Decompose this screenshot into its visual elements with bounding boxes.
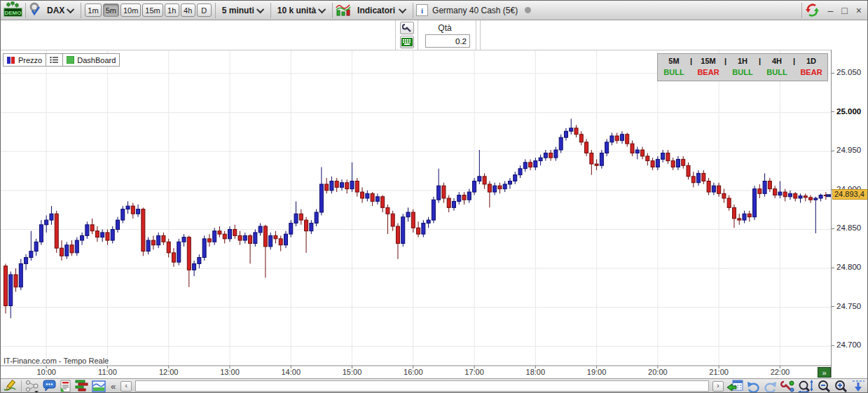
divider (413, 3, 413, 18)
svg-text:14:00: 14:00 (281, 368, 301, 376)
divider (418, 20, 418, 50)
demo-badge: DEMO (4, 1, 22, 20)
timeframe-button-15m[interactable]: 15m (142, 4, 163, 17)
quantity-input[interactable] (425, 34, 470, 48)
chart-options-button[interactable] (400, 22, 414, 34)
timeframe-buttons: 1m5m10m15m1h4hD (84, 4, 212, 17)
chart-window-icon[interactable] (92, 380, 106, 392)
timeframe-button-4h[interactable]: 4h (181, 4, 195, 17)
price-axis-label: 24.700 (836, 340, 861, 349)
timeframe-button-10m[interactable]: 10m (120, 4, 141, 17)
svg-text:11:00: 11:00 (98, 368, 117, 376)
indicators-icon (336, 1, 351, 19)
virtual-keyboard-button[interactable] (400, 36, 414, 48)
zoom-out-icon[interactable] (818, 380, 831, 393)
dashboard-signal: BEAR (796, 68, 827, 76)
price-axis-label: 25.000 (836, 107, 861, 116)
period-dropdown[interactable]: 5 minuti (219, 2, 268, 19)
divider (81, 3, 81, 18)
bottom-toolbar: « ‹ › (1, 378, 867, 393)
dashboard-timeframe: 1H (727, 57, 758, 65)
dashboard-icon (67, 56, 74, 64)
axis-tick (832, 228, 834, 229)
connection-status-icon[interactable] (29, 1, 41, 19)
collapse-toolbar-button[interactable]: « (109, 381, 117, 392)
scroll-right-button[interactable]: › (712, 381, 724, 392)
svg-text:22:00: 22:00 (771, 368, 790, 376)
timeframe-button-5m[interactable]: 5m (103, 4, 119, 17)
symbol-label: Germany 40 Cash (5€) (432, 6, 518, 15)
units-dropdown[interactable]: 10 k unità (274, 2, 329, 19)
window-controls: – □ × (827, 6, 863, 15)
status-dot (525, 7, 531, 13)
news-icon[interactable] (60, 380, 71, 392)
order-book-icon[interactable] (75, 380, 88, 392)
draw-tools-icon[interactable] (3, 380, 18, 392)
price-axis-label: 24.800 (836, 263, 861, 271)
axis-tick (832, 268, 834, 268)
order-controls-row: Qtà (1, 20, 867, 50)
divider (476, 20, 476, 50)
timeframe-button-1h[interactable]: 1h (165, 4, 179, 17)
scroll-to-latest-button[interactable]: » (818, 367, 831, 378)
last-price-badge: 24.893,4 (832, 189, 868, 200)
refresh-icon[interactable] (805, 3, 820, 18)
axis-tick (832, 151, 834, 151)
svg-text:10:00: 10:00 (36, 368, 56, 376)
price-axis[interactable]: 25.05025.00024.95024.90024.85024.80024.7… (831, 50, 868, 378)
maximize-button[interactable]: □ (840, 6, 848, 15)
price-axis-label: 24.750 (836, 302, 861, 310)
divider (270, 3, 271, 18)
dashboard-signal: BULL (659, 68, 689, 76)
watermark: IT-Finance.com - Tempo Reale (4, 357, 109, 365)
quantity-label: Qtà (424, 23, 466, 33)
divider (215, 3, 216, 18)
price-axis-label: 24.950 (836, 146, 861, 154)
divider (395, 20, 396, 50)
indicators-dropdown[interactable]: Indicatori (354, 2, 410, 19)
chat-icon[interactable] (43, 380, 56, 392)
close-button[interactable]: × (855, 6, 863, 15)
timeframe-button-1m[interactable]: 1m (85, 4, 101, 17)
minimize-button[interactable]: – (827, 6, 835, 15)
share-icon[interactable] (25, 380, 39, 393)
candles-icon (7, 56, 15, 64)
svg-text:12:00: 12:00 (159, 368, 179, 376)
goto-date-icon[interactable] (727, 380, 743, 392)
svg-text:16:00: 16:00 (404, 368, 423, 376)
zoom-in-icon[interactable] (834, 380, 848, 393)
divider (332, 3, 333, 18)
price-chart[interactable]: 10:0011:0012:0013:0014:0015:0016:0017:00… (1, 50, 831, 378)
tab-label: Prezzo (18, 56, 42, 64)
chart-tab-strip: Prezzo DashBoard (3, 53, 120, 67)
axis-tick (832, 306, 834, 307)
svg-text:19:00: 19:00 (587, 368, 607, 376)
axis-tick (832, 111, 834, 112)
latest-data-icon[interactable] (851, 380, 865, 392)
svg-text:18:00: 18:00 (526, 368, 546, 376)
scroll-left-button[interactable]: ‹ (120, 381, 132, 392)
dashboard-signal: BULL (727, 68, 758, 76)
instrument-dropdown[interactable]: DAX (43, 2, 78, 19)
dashboard-signal: BULL (762, 68, 792, 76)
trading-platform-window: { "toolbar": { "demo_label": "DEMO", "in… (0, 0, 868, 393)
keyboard-icon (401, 38, 413, 46)
candlestick-chart[interactable]: 10:0011:0012:0013:0014:0015:0016:0017:00… (1, 50, 831, 378)
undo-icon[interactable] (747, 380, 760, 392)
zoom-custom-icon[interactable] (798, 380, 814, 393)
svg-text:21:00: 21:00 (709, 368, 729, 376)
layers-list-button[interactable] (46, 53, 63, 67)
tab-dashboard[interactable]: DashBoard (63, 53, 120, 67)
tab-price[interactable]: Prezzo (3, 53, 46, 67)
trading-settings-icon[interactable] (780, 380, 794, 392)
chart-scrollbar[interactable] (135, 380, 709, 392)
svg-text:13:00: 13:00 (220, 368, 240, 376)
info-icon[interactable]: i (416, 4, 428, 16)
svg-text:20:00: 20:00 (648, 368, 668, 376)
wrench-icon (402, 23, 412, 33)
dashboard-signals-panel: 5M|15M|1H|4H|1D BULLBEARBULLBULLBEAR (657, 53, 828, 81)
timeframe-button-D[interactable]: D (197, 4, 212, 17)
redo-icon[interactable] (764, 380, 777, 392)
chevron-down-icon (399, 5, 406, 13)
svg-text:DEMO: DEMO (5, 10, 22, 16)
